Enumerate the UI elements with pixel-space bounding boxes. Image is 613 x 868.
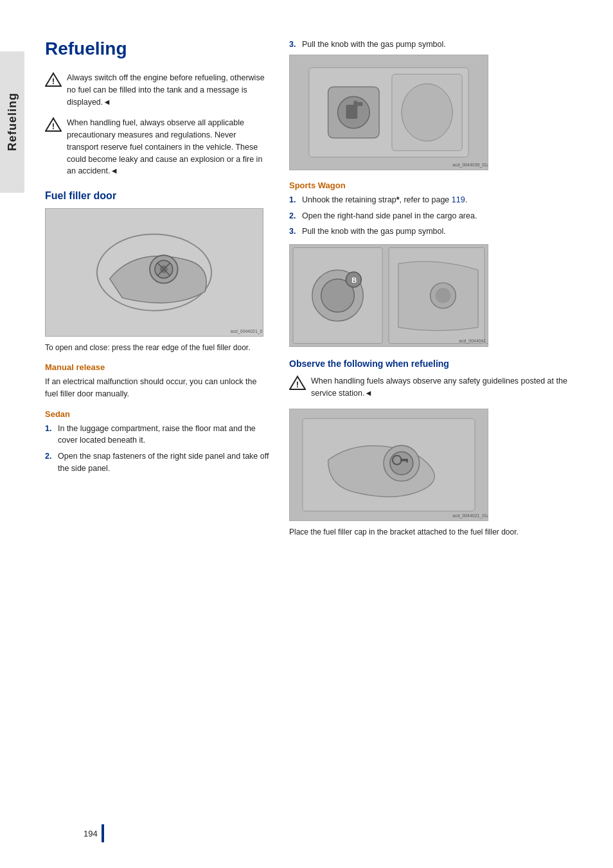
svg-text:!: ! bbox=[52, 76, 55, 86]
sports-wagon-steps-list: 1. Unhook the retaining strap*, refer to… bbox=[289, 194, 594, 238]
right-step-3: 3. Pull the knob with the gas pump symbo… bbox=[289, 39, 594, 51]
warning-icon-1: ! bbox=[45, 72, 62, 89]
warning-text-1: Always switch off the engine before refu… bbox=[67, 72, 270, 108]
sidebar-tab: Refueling bbox=[0, 51, 24, 193]
left-column: Refueling ! Always switch off the engine… bbox=[45, 39, 283, 544]
page-number: 194 bbox=[84, 829, 102, 838]
warning-block-1: ! Always switch off the engine before re… bbox=[45, 72, 270, 108]
fuel-filler-door-heading: Fuel filler door bbox=[45, 190, 270, 202]
observe-caption: Place the fuel filler cap in the bracket… bbox=[289, 526, 594, 538]
manual-release-text: If an electrical malfunction should occu… bbox=[45, 376, 270, 400]
svg-text:B: B bbox=[351, 276, 357, 284]
svg-rect-18 bbox=[357, 102, 362, 106]
svg-point-30 bbox=[436, 288, 451, 303]
svg-rect-40 bbox=[406, 459, 408, 463]
svg-text:acd_0044041_01a-dfb: acd_0044041_01a-dfb bbox=[459, 339, 488, 344]
observe-warning-text: When handling fuels always observe any s… bbox=[311, 375, 594, 400]
warning-icon-2: ! bbox=[45, 117, 62, 134]
page-link-119[interactable]: 119 bbox=[452, 195, 465, 204]
page-title: Refueling bbox=[45, 39, 270, 59]
sedan-step-1: 1. In the luggage compartment, raise the… bbox=[45, 423, 270, 447]
svg-point-20 bbox=[402, 84, 452, 141]
observe-warning-icon: ! bbox=[289, 375, 306, 393]
sedan-heading: Sedan bbox=[45, 409, 270, 419]
sports-wagon-step-2: 2. Open the right-hand side panel in the… bbox=[289, 210, 594, 222]
sports-wagon-heading: Sports Wagon bbox=[289, 181, 594, 190]
gas-pump-knob-image: acd_0044039_01a-dfb bbox=[289, 55, 488, 170]
sidebar-label: Refueling bbox=[6, 93, 19, 151]
svg-text:!: ! bbox=[296, 380, 299, 389]
filler-door-image: acd_0044021_01a-dfb bbox=[45, 208, 263, 337]
warning-block-2: ! When handling fuel, always observe all… bbox=[45, 117, 270, 177]
sedan-step-2: 2. Open the snap fasteners of the right … bbox=[45, 450, 270, 475]
svg-text:acd_0044021_01a-dfb: acd_0044021_01a-dfb bbox=[231, 329, 263, 334]
page-number-bar bbox=[102, 824, 104, 842]
warning-text-2: When handling fuel, always observe all a… bbox=[67, 117, 270, 177]
sports-wagon-step-1: 1. Unhook the retaining strap*, refer to… bbox=[289, 194, 594, 206]
right-column: 3. Pull the knob with the gas pump symbo… bbox=[283, 39, 594, 544]
filler-door-caption: To open and close: press the rear edge o… bbox=[45, 342, 270, 353]
svg-text:acd_0044021_01a-dfb: acd_0044021_01a-dfb bbox=[452, 513, 488, 518]
sedan-steps-list: 1. In the luggage compartment, raise the… bbox=[45, 423, 270, 475]
sports-wagon-step-3: 3. Pull the knob with the gas pump symbo… bbox=[289, 226, 594, 238]
svg-rect-17 bbox=[353, 101, 357, 107]
svg-text:acd_0044039_01a-dfb: acd_0044039_01a-dfb bbox=[452, 163, 488, 168]
manual-release-heading: Manual release bbox=[45, 362, 270, 372]
sports-wagon-image: B acd_0044041_01a-dfb bbox=[289, 244, 488, 347]
svg-text:!: ! bbox=[52, 121, 55, 131]
page-number-area: 194 bbox=[84, 824, 104, 842]
refueling-observation-image: acd_0044021_01a-dfb bbox=[289, 409, 488, 521]
observe-refueling-heading: Observe the following when refueling bbox=[289, 359, 594, 369]
right-step-3-text: Pull the knob with the gas pump symbol. bbox=[302, 39, 446, 51]
observe-warning-block: ! When handling fuels always observe any… bbox=[289, 375, 594, 400]
